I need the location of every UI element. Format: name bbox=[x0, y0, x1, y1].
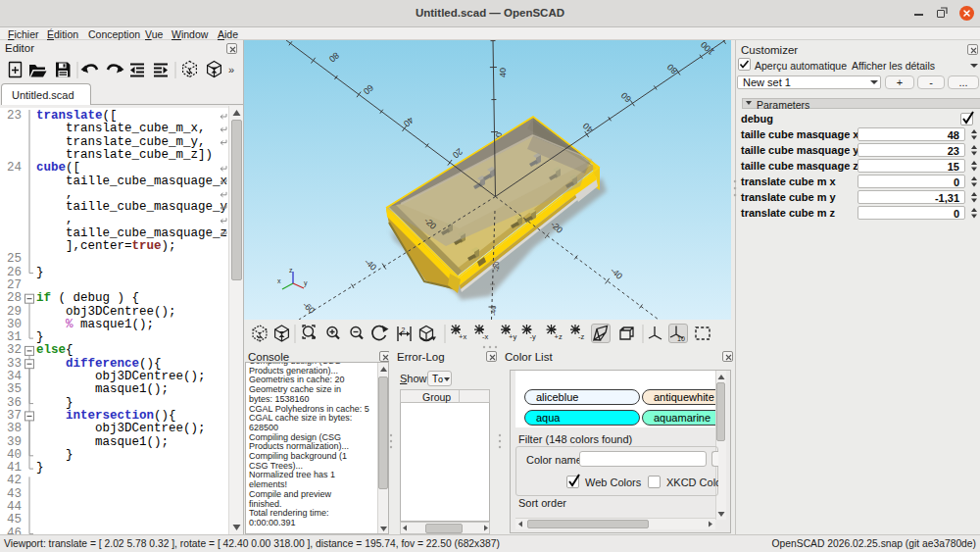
svg-text:+x: +x bbox=[459, 332, 466, 341]
svg-text:-40: -40 bbox=[490, 306, 497, 316]
svg-text:-x: -x bbox=[482, 332, 488, 341]
svg-text:z: z bbox=[289, 267, 293, 274]
svg-text:x: x bbox=[277, 277, 281, 284]
svg-text:»: » bbox=[228, 64, 234, 75]
svg-text:10: 10 bbox=[677, 335, 685, 342]
svg-text:-z: -z bbox=[578, 332, 584, 341]
svg-text:+z: +z bbox=[555, 332, 563, 341]
svg-text:-y: -y bbox=[530, 332, 536, 341]
svg-text:y: y bbox=[304, 279, 308, 287]
svg-text:-20: -20 bbox=[493, 262, 500, 272]
svg-text:+y: +y bbox=[509, 332, 516, 341]
svg-text:2: 2 bbox=[402, 326, 406, 333]
svg-text:40: 40 bbox=[498, 68, 508, 77]
